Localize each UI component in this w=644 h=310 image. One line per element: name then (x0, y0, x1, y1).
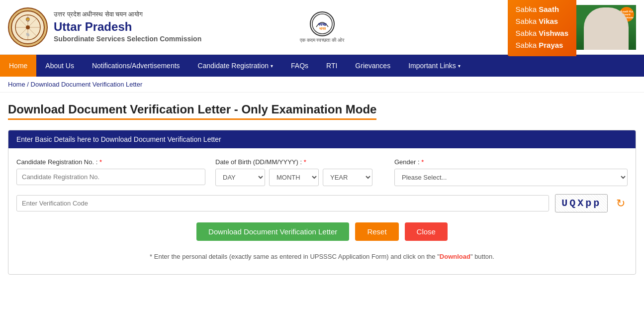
nav-important-links[interactable]: Important Links ▾ (399, 55, 469, 77)
swachh-badge: स्वच्छ भारत एक कदम स्वच्छता की ओर (300, 11, 344, 43)
nav-candidate-registration[interactable]: Candidate Registration ▾ (189, 55, 282, 77)
breadcrumb-home[interactable]: Home (8, 81, 25, 88)
breadcrumb: Home / Download Document Verification Le… (0, 77, 644, 93)
org-logo: 🦁 🐘 (8, 7, 48, 47)
form-row-1: Candidate Registration No. : * Date of B… (16, 158, 628, 186)
swachh-sub: एक कदम स्वच्छता की ओर (300, 37, 344, 43)
svg-text:स्वच्छ: स्वच्छ (318, 22, 327, 27)
dob-group: Date of Birth (DD/MM/YYYY) : * DAY123456… (215, 158, 384, 186)
header-right: Sabka Saath Sabka Vikas Sabka Vishwas Sa… (427, 0, 636, 56)
svg-text:🐘: 🐘 (26, 32, 30, 37)
captcha-image: UQXpp (555, 194, 608, 212)
org-text: उत्तर प्रदेश अधीनस्थ सेवा चयन आयोग Uttar… (54, 10, 201, 43)
dob-required: * (304, 158, 306, 166)
note-suffix: " button. (470, 253, 494, 260)
pm-silhouette (584, 7, 629, 50)
month-select[interactable]: MONTHJanuaryFebruaryMarchAprilMayJuneJul… (269, 169, 319, 186)
form-note: * Enter the personal details (exactly sa… (16, 249, 628, 264)
gender-group: Gender : * Please Select... Male Female … (394, 158, 628, 186)
gender-select[interactable]: Please Select... Male Female Other (394, 169, 628, 186)
nav-faqs[interactable]: FAQs (282, 55, 317, 77)
reg-no-input[interactable] (16, 169, 205, 185)
reg-required: * (99, 158, 102, 166)
form-card-body: Candidate Registration No. : * Date of B… (8, 148, 636, 274)
page-title: Download Document Verification Letter - … (8, 103, 376, 120)
dob-label: Date of Birth (DD/MM/YYYY) : * (215, 158, 384, 166)
close-button[interactable]: Close (405, 222, 448, 241)
form-card: Enter Basic Details here to Download Doc… (8, 130, 636, 275)
btn-row: Download Document Verification Letter Re… (16, 222, 628, 241)
nav-about[interactable]: About Us (36, 55, 83, 77)
nav-home[interactable]: Home (0, 55, 36, 77)
gender-label: Gender : * (394, 158, 628, 166)
candidate-dropdown-arrow: ▾ (271, 63, 273, 69)
important-links-dropdown-arrow: ▾ (458, 63, 460, 69)
svg-text:🦁: 🦁 (25, 17, 30, 22)
pm-image: Azadi Ka AmritMahotsav (576, 5, 636, 50)
svg-text:भारत: भारत (319, 27, 326, 30)
reset-button[interactable]: Reset (355, 222, 398, 241)
header-center: स्वच्छ भारत एक कदम स्वच्छता की ओर (217, 11, 427, 43)
site-header: 🦁 🐘 उत्तर प्रदेश अधीनस्थ सेवा चयन आयोग U… (0, 0, 644, 55)
note-prefix: * Enter the personal details (exactly sa… (150, 253, 440, 260)
download-button[interactable]: Download Document Verification Letter (196, 222, 349, 241)
form-card-header: Enter Basic Details here to Download Doc… (8, 130, 636, 148)
org-sub: Subordinate Services Selection Commissio… (54, 34, 201, 43)
captcha-input[interactable] (16, 195, 549, 211)
reg-no-group: Candidate Registration No. : * (16, 158, 205, 185)
gender-required: * (421, 158, 424, 166)
note-download: Download (440, 253, 470, 260)
refresh-icon: ↻ (616, 197, 625, 210)
org-hindi: उत्तर प्रदेश अधीनस्थ सेवा चयन आयोग (54, 10, 201, 19)
reg-label: Candidate Registration No. : * (16, 158, 205, 166)
breadcrumb-current: Download Document Verification Letter (31, 81, 143, 88)
captcha-refresh-button[interactable]: ↻ (614, 196, 628, 211)
page-title-section: Download Document Verification Letter - … (0, 93, 644, 125)
breadcrumb-separator: / (27, 81, 30, 88)
main-navbar: Home About Us Notifications/Advertisemen… (0, 55, 644, 77)
captcha-row: UQXpp ↻ (16, 194, 628, 212)
nav-notifications[interactable]: Notifications/Advertisements (83, 55, 189, 77)
dob-selects: DAY1234567891011121314151617181920212223… (215, 169, 384, 186)
header-left: 🦁 🐘 उत्तर प्रदेश अधीनस्थ सेवा चयन आयोग U… (8, 7, 217, 47)
nav-grievances[interactable]: Grievances (346, 55, 399, 77)
day-select[interactable]: DAY1234567891011121314151617181920212223… (215, 169, 265, 186)
year-select[interactable]: YEAR199019911992199319941995199619971998… (323, 169, 372, 186)
org-name: Uttar Pradesh (54, 19, 201, 34)
nav-rti[interactable]: RTI (317, 55, 346, 77)
sabka-banner: Sabka Saath Sabka Vikas Sabka Vishwas Sa… (508, 0, 576, 56)
